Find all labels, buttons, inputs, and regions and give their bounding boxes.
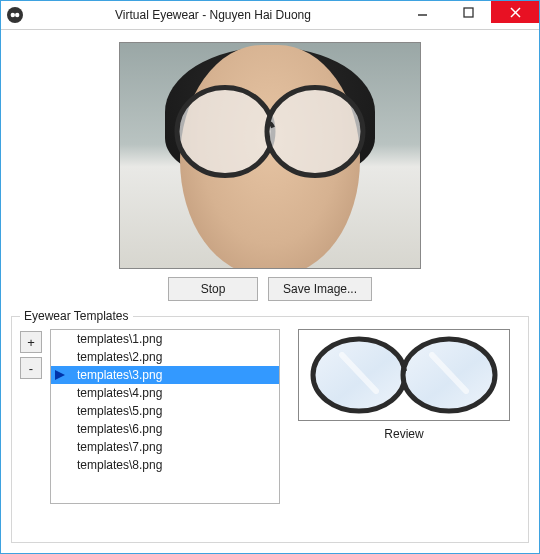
save-image-button[interactable]: Save Image...: [268, 277, 372, 301]
svg-rect-4: [464, 8, 473, 17]
add-template-button[interactable]: +: [20, 331, 42, 353]
templates-listbox[interactable]: templates\1.pngtemplates\2.pngtemplates\…: [50, 329, 280, 504]
window-controls: [399, 1, 539, 29]
titlebar[interactable]: Virtual Eyewear - Nguyen Hai Duong: [1, 1, 539, 30]
app-icon: [7, 7, 23, 23]
glasses-overlay: [170, 82, 370, 185]
list-item[interactable]: templates\5.png: [51, 402, 279, 420]
svg-point-7: [177, 88, 273, 176]
client-area: Stop Save Image... Eyewear Templates + -…: [1, 30, 539, 553]
review-column: Review: [288, 329, 520, 441]
maximize-button[interactable]: [445, 1, 491, 23]
window-title: Virtual Eyewear - Nguyen Hai Duong: [27, 8, 399, 22]
app-window: Virtual Eyewear - Nguyen Hai Duong: [0, 0, 540, 554]
svg-point-2: [15, 13, 19, 17]
remove-template-button[interactable]: -: [20, 357, 42, 379]
templates-legend: Eyewear Templates: [20, 309, 133, 323]
action-buttons: Stop Save Image...: [11, 277, 529, 301]
list-item[interactable]: templates\2.png: [51, 348, 279, 366]
templates-group: Eyewear Templates + - templates\1.pngtem…: [11, 309, 529, 543]
review-label: Review: [384, 427, 423, 441]
list-item[interactable]: templates\8.png: [51, 456, 279, 474]
camera-preview: [119, 42, 421, 269]
list-item[interactable]: templates\7.png: [51, 438, 279, 456]
list-item[interactable]: templates\1.png: [51, 330, 279, 348]
minimize-button[interactable]: [399, 1, 445, 23]
list-item[interactable]: templates\6.png: [51, 420, 279, 438]
svg-point-8: [267, 88, 363, 176]
svg-point-1: [11, 13, 15, 17]
stop-button[interactable]: Stop: [168, 277, 258, 301]
list-item[interactable]: templates\4.png: [51, 384, 279, 402]
template-preview: [298, 329, 510, 421]
close-button[interactable]: [491, 1, 539, 23]
list-item[interactable]: templates\3.png: [51, 366, 279, 384]
add-remove-buttons: + -: [20, 331, 42, 379]
